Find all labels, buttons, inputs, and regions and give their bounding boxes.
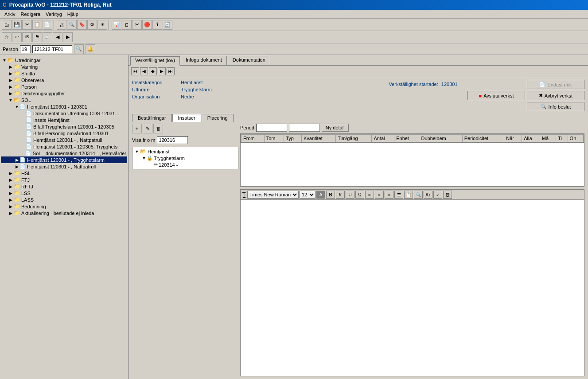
tree-toggle-utredningar[interactable]: ▼: [2, 58, 7, 63]
tree-toggle-hemtjanst-trygghets[interactable]: ▶: [14, 158, 19, 162]
tree-toggle-hemtjanst-120301[interactable]: ▼: [14, 105, 19, 109]
tree-item-hemtjanst-120301[interactable]: ▼📄Hemtjänst 120301 - 120301: [1, 103, 127, 110]
insatser-tree-120314[interactable]: ✏ 120314 -: [148, 161, 237, 168]
tree-item-hsl[interactable]: ▶HSL: [1, 170, 127, 176]
tb2-btn-6[interactable]: ◀: [53, 32, 62, 42]
insatser-del-btn[interactable]: 🗑: [153, 124, 163, 133]
nav-prev[interactable]: ◀: [140, 67, 148, 75]
editor-align-right-btn[interactable]: ≡: [385, 191, 393, 199]
tree-item-debiteringsuppgifter[interactable]: ▶Debiteringsuppgifter: [1, 90, 127, 97]
tb2-btn-7[interactable]: ▶: [63, 32, 73, 42]
period-from-input[interactable]: [256, 124, 287, 132]
tb-btn-8[interactable]: 🔖: [77, 20, 87, 30]
font-family-select[interactable]: Times New Roman Arial Courier New Verdan…: [247, 191, 299, 199]
tb-btn-11[interactable]: 📊: [112, 20, 121, 30]
font-size-select[interactable]: 891011 12141618: [300, 191, 315, 199]
editor-omega-btn[interactable]: Ω: [355, 191, 364, 199]
tree-item-utredningar[interactable]: ▼Utredningar: [1, 57, 127, 63]
tree-toggle-aktualisering[interactable]: ▶: [8, 211, 13, 215]
tree-item-rftj[interactable]: ▶RFTJ: [1, 183, 127, 190]
toggle-trygghets[interactable]: ▼: [141, 156, 147, 160]
tab-placering[interactable]: Placering: [202, 114, 234, 122]
tb-btn-13[interactable]: ✂: [132, 20, 142, 30]
menu-arkiv[interactable]: Arkiv: [2, 11, 18, 17]
editor-align-left-btn[interactable]: ≡: [365, 191, 374, 199]
tree-item-bifall-trygg[interactable]: 📄Bifall Trygghetslarm 120301 - 120305: [1, 123, 127, 130]
tree-toggle-varning[interactable]: ▶: [8, 65, 13, 69]
tab-verkstallighet[interactable]: Verkställighet (lov): [130, 56, 180, 66]
tree-toggle-rftj[interactable]: ▶: [8, 184, 13, 189]
tree-item-varning[interactable]: ▶Varning: [1, 63, 127, 70]
ny-detalj-btn[interactable]: Ny detalj: [322, 124, 349, 132]
period-to-input[interactable]: [289, 124, 320, 132]
editor-fontsize2-btn[interactable]: A↑: [424, 191, 432, 199]
nav-first[interactable]: ⏮: [131, 67, 139, 75]
nav-mid[interactable]: ◆: [149, 67, 157, 75]
tb2-btn-4[interactable]: ⚑: [32, 32, 42, 42]
person-num-input[interactable]: [20, 45, 31, 53]
tb-btn-14[interactable]: 🔴: [142, 20, 152, 30]
tree-item-hemtjanst-120301b[interactable]: 📄Hemtjänst 120301 - , Nattpatrull: [1, 137, 127, 143]
tree-item-hemtjanst-trygghets[interactable]: ▶📄Hemtjänst 120301 - , Trygghetslarm: [1, 156, 127, 163]
nav-next[interactable]: ▶: [158, 67, 166, 75]
tb2-btn-2[interactable]: ↩: [12, 32, 22, 42]
btn-endast-dok[interactable]: 📄 Endast dok: [527, 80, 584, 89]
menu-redigera[interactable]: Redigera: [18, 11, 43, 17]
tree-toggle-debiteringsuppgifter[interactable]: ▶: [8, 91, 13, 96]
toggle-hemtjanst[interactable]: ▼: [134, 149, 140, 154]
editor-find-btn[interactable]: 🔍: [414, 191, 423, 199]
editor-spell-btn[interactable]: ✓: [433, 191, 442, 199]
tree-toggle-ftj[interactable]: ▶: [8, 178, 13, 182]
tree-item-smitta[interactable]: ▶Smitta: [1, 70, 127, 77]
editor-italic-btn[interactable]: K: [336, 191, 345, 199]
tree-item-insats-hemtjanst[interactable]: 📄Insats Hemtjänst: [1, 117, 127, 123]
editor-bold-btn[interactable]: B: [326, 191, 335, 199]
tb-btn-12[interactable]: 🗒: [122, 20, 132, 30]
editor-area[interactable]: [240, 199, 584, 376]
tb2-btn-5[interactable]: 📰: [43, 32, 52, 42]
tb-btn-3[interactable]: ✂: [22, 20, 32, 30]
nav-last[interactable]: ⏭: [167, 67, 175, 75]
tb-btn-7[interactable]: 🔍: [67, 20, 77, 30]
tab-bestallningar[interactable]: Beställningar: [132, 114, 172, 122]
tree-item-observera[interactable]: ▶Observera: [1, 77, 127, 83]
btn-info-beslut[interactable]: 🔍 Info beslut: [527, 102, 584, 111]
tab-infoga[interactable]: Infoga dokument: [181, 56, 227, 65]
btn-avbryt-verkst[interactable]: ✖ Avbryt verkst: [527, 91, 584, 100]
menu-verktyg[interactable]: Verktyg: [43, 11, 65, 17]
tree-item-lss[interactable]: ▶LSS: [1, 190, 127, 196]
tree-item-person[interactable]: ▶Person: [1, 83, 127, 90]
tree-item-lass[interactable]: ▶LASS: [1, 196, 127, 203]
insatser-edit-btn[interactable]: ✎: [143, 124, 152, 133]
tree-toggle-lass[interactable]: ▶: [8, 198, 13, 202]
tree-item-hemtjanst-natt[interactable]: ▶📄Hemtjänst 120301 - , Nattpatrull: [1, 163, 127, 170]
tree-toggle-smitta[interactable]: ▶: [8, 71, 13, 76]
tb-btn-15[interactable]: 🔄: [163, 20, 172, 30]
tree-item-dok-utredning[interactable]: 📄Dokumentation Utredning CDS 12031...: [1, 110, 127, 117]
editor-color-btn[interactable]: A: [316, 191, 325, 199]
tb2-btn-1[interactable]: ☆: [2, 32, 12, 42]
tab-insatser[interactable]: Insatser: [172, 114, 201, 122]
tree-toggle-sol[interactable]: ▼: [8, 98, 13, 102]
tree-item-aktualisering[interactable]: ▶Aktualisering - beslutade ej inleda: [1, 210, 127, 216]
editor-list-btn[interactable]: ☰: [394, 191, 403, 199]
tb-btn-10[interactable]: ✴: [97, 20, 107, 30]
editor-image-btn[interactable]: 🖼: [443, 191, 452, 199]
tree-toggle-observera[interactable]: ▶: [8, 78, 13, 82]
insatser-add-btn[interactable]: +: [132, 124, 142, 133]
tb-btn-6[interactable]: 🖨: [57, 20, 66, 30]
tree-toggle-bedomning[interactable]: ▶: [8, 204, 13, 209]
tb-btn-info[interactable]: ℹ: [152, 20, 162, 30]
tree-toggle-lss[interactable]: ▶: [8, 191, 13, 195]
editor-underline-btn[interactable]: U: [346, 191, 354, 199]
tree-toggle-person[interactable]: ▶: [8, 85, 13, 89]
tree-item-sol[interactable]: ▼SOL: [1, 97, 127, 103]
tree-toggle-hsl[interactable]: ▶: [8, 171, 13, 176]
insatser-tree-trygghets[interactable]: ▼ 🔒 Trygghetslarm: [140, 155, 237, 161]
tree-item-sol-dok[interactable]: 📄SoL - dokumentation 120314 - , Hemvårde…: [1, 150, 127, 156]
editor-paste-btn[interactable]: 📋: [404, 191, 413, 199]
editor-align-center-btn[interactable]: ≡: [375, 191, 384, 199]
tree-item-bifall-pers[interactable]: 📄Bifall Personlig omvårdnad 120301 -: [1, 130, 127, 137]
tree-item-ftj[interactable]: ▶FTJ: [1, 176, 127, 183]
tb2-btn-3[interactable]: ✉: [22, 32, 32, 42]
